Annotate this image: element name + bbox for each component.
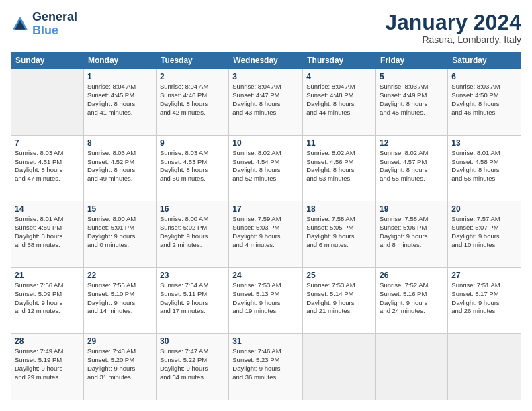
calendar-body: 1Sunrise: 8:04 AM Sunset: 4:45 PM Daylig… xyxy=(11,69,521,400)
day-info: Sunrise: 7:59 AM Sunset: 5:03 PM Dayligh… xyxy=(232,215,299,249)
calendar-cell: 1Sunrise: 8:04 AM Sunset: 4:45 PM Daylig… xyxy=(83,69,156,136)
day-info: Sunrise: 8:00 AM Sunset: 5:02 PM Dayligh… xyxy=(160,215,225,249)
calendar-cell: 11Sunrise: 8:02 AM Sunset: 4:56 PM Dayli… xyxy=(303,135,376,201)
day-info: Sunrise: 8:02 AM Sunset: 4:57 PM Dayligh… xyxy=(380,149,444,183)
calendar-cell: 9Sunrise: 8:03 AM Sunset: 4:53 PM Daylig… xyxy=(156,135,228,201)
day-info: Sunrise: 7:48 AM Sunset: 5:20 PM Dayligh… xyxy=(87,347,152,381)
calendar-cell: 16Sunrise: 8:00 AM Sunset: 5:02 PM Dayli… xyxy=(156,201,228,268)
calendar-cell: 5Sunrise: 8:03 AM Sunset: 4:49 PM Daylig… xyxy=(376,69,448,136)
calendar-cell xyxy=(448,334,521,400)
day-number: 12 xyxy=(380,138,444,148)
calendar-week-row: 21Sunrise: 7:56 AM Sunset: 5:09 PM Dayli… xyxy=(11,267,521,334)
calendar-cell: 13Sunrise: 8:01 AM Sunset: 4:58 PM Dayli… xyxy=(448,135,521,201)
calendar-cell: 15Sunrise: 8:00 AM Sunset: 5:01 PM Dayli… xyxy=(83,201,156,268)
day-info: Sunrise: 8:02 AM Sunset: 4:56 PM Dayligh… xyxy=(306,149,372,183)
calendar-cell: 19Sunrise: 7:58 AM Sunset: 5:06 PM Dayli… xyxy=(376,201,448,268)
calendar-cell: 8Sunrise: 8:03 AM Sunset: 4:52 PM Daylig… xyxy=(83,135,156,201)
day-info: Sunrise: 8:03 AM Sunset: 4:49 PM Dayligh… xyxy=(380,83,444,117)
calendar-cell: 14Sunrise: 8:01 AM Sunset: 4:59 PM Dayli… xyxy=(11,201,84,268)
calendar-cell: 26Sunrise: 7:52 AM Sunset: 5:16 PM Dayli… xyxy=(376,267,448,334)
day-number: 15 xyxy=(87,204,152,214)
weekday-header: Sunday xyxy=(11,52,84,69)
day-number: 14 xyxy=(15,204,80,214)
day-info: Sunrise: 7:51 AM Sunset: 5:17 PM Dayligh… xyxy=(451,281,517,316)
weekday-header: Thursday xyxy=(303,52,376,69)
day-number: 20 xyxy=(451,204,517,214)
day-info: Sunrise: 7:49 AM Sunset: 5:19 PM Dayligh… xyxy=(15,347,80,381)
day-number: 28 xyxy=(15,336,80,346)
day-info: Sunrise: 8:03 AM Sunset: 4:51 PM Dayligh… xyxy=(15,149,80,183)
day-info: Sunrise: 8:03 AM Sunset: 4:52 PM Dayligh… xyxy=(87,149,152,183)
calendar-cell: 7Sunrise: 8:03 AM Sunset: 4:51 PM Daylig… xyxy=(11,135,84,201)
day-info: Sunrise: 7:58 AM Sunset: 5:06 PM Dayligh… xyxy=(380,215,444,249)
calendar-week-row: 14Sunrise: 8:01 AM Sunset: 4:59 PM Dayli… xyxy=(11,201,521,268)
page: General Blue January 2024 Rasura, Lombar… xyxy=(0,0,532,411)
day-number: 7 xyxy=(15,138,80,148)
day-info: Sunrise: 7:57 AM Sunset: 5:07 PM Dayligh… xyxy=(451,215,517,249)
day-number: 26 xyxy=(380,271,444,280)
weekday-header: Tuesday xyxy=(156,52,228,69)
calendar-header: SundayMondayTuesdayWednesdayThursdayFrid… xyxy=(11,52,521,69)
calendar-cell: 25Sunrise: 7:53 AM Sunset: 5:14 PM Dayli… xyxy=(303,267,376,334)
calendar-week-row: 1Sunrise: 8:04 AM Sunset: 4:45 PM Daylig… xyxy=(11,69,521,136)
day-info: Sunrise: 7:58 AM Sunset: 5:05 PM Dayligh… xyxy=(306,215,372,249)
day-number: 17 xyxy=(232,204,299,214)
day-number: 25 xyxy=(306,271,372,280)
day-info: Sunrise: 7:53 AM Sunset: 5:14 PM Dayligh… xyxy=(306,281,372,316)
day-number: 27 xyxy=(451,271,517,280)
calendar-cell: 24Sunrise: 7:53 AM Sunset: 5:13 PM Dayli… xyxy=(229,267,303,334)
day-number: 1 xyxy=(87,72,152,81)
month-title: January 2024 xyxy=(385,11,521,34)
day-info: Sunrise: 8:02 AM Sunset: 4:54 PM Dayligh… xyxy=(232,149,299,183)
weekday-header: Wednesday xyxy=(229,52,303,69)
day-number: 6 xyxy=(451,72,517,81)
calendar-cell: 6Sunrise: 8:03 AM Sunset: 4:50 PM Daylig… xyxy=(448,69,521,136)
day-number: 21 xyxy=(15,271,80,280)
calendar-cell: 18Sunrise: 7:58 AM Sunset: 5:05 PM Dayli… xyxy=(303,201,376,268)
day-number: 23 xyxy=(160,271,225,280)
calendar-cell: 30Sunrise: 7:47 AM Sunset: 5:22 PM Dayli… xyxy=(156,334,228,400)
calendar-cell: 4Sunrise: 8:04 AM Sunset: 4:48 PM Daylig… xyxy=(303,69,376,136)
day-number: 9 xyxy=(160,138,225,148)
day-info: Sunrise: 8:03 AM Sunset: 4:53 PM Dayligh… xyxy=(160,149,225,183)
calendar-cell: 27Sunrise: 7:51 AM Sunset: 5:17 PM Dayli… xyxy=(448,267,521,334)
calendar-cell xyxy=(376,334,448,400)
title-block: January 2024 Rasura, Lombardy, Italy xyxy=(385,11,521,45)
day-info: Sunrise: 8:01 AM Sunset: 4:58 PM Dayligh… xyxy=(451,149,517,183)
weekday-header: Monday xyxy=(83,52,156,69)
day-number: 16 xyxy=(160,204,225,214)
logo-icon xyxy=(11,15,30,34)
calendar-cell: 28Sunrise: 7:49 AM Sunset: 5:19 PM Dayli… xyxy=(11,334,84,400)
day-number: 31 xyxy=(232,336,299,346)
day-info: Sunrise: 7:56 AM Sunset: 5:09 PM Dayligh… xyxy=(15,281,80,316)
day-info: Sunrise: 7:55 AM Sunset: 5:10 PM Dayligh… xyxy=(87,281,152,316)
calendar-cell: 31Sunrise: 7:46 AM Sunset: 5:23 PM Dayli… xyxy=(229,334,303,400)
day-number: 10 xyxy=(232,138,299,148)
day-number: 30 xyxy=(160,336,225,346)
calendar-cell: 12Sunrise: 8:02 AM Sunset: 4:57 PM Dayli… xyxy=(376,135,448,201)
day-number: 29 xyxy=(87,336,152,346)
day-info: Sunrise: 8:04 AM Sunset: 4:46 PM Dayligh… xyxy=(160,83,225,117)
header: General Blue January 2024 Rasura, Lombar… xyxy=(11,11,521,45)
day-info: Sunrise: 7:54 AM Sunset: 5:11 PM Dayligh… xyxy=(160,281,225,316)
day-info: Sunrise: 7:46 AM Sunset: 5:23 PM Dayligh… xyxy=(232,347,299,381)
day-number: 8 xyxy=(87,138,152,148)
day-number: 24 xyxy=(232,271,299,280)
day-info: Sunrise: 8:04 AM Sunset: 4:48 PM Dayligh… xyxy=(306,83,372,117)
day-info: Sunrise: 8:03 AM Sunset: 4:50 PM Dayligh… xyxy=(451,83,517,117)
calendar-week-row: 28Sunrise: 7:49 AM Sunset: 5:19 PM Dayli… xyxy=(11,334,521,400)
calendar-cell: 3Sunrise: 8:04 AM Sunset: 4:47 PM Daylig… xyxy=(229,69,303,136)
calendar-cell: 2Sunrise: 8:04 AM Sunset: 4:46 PM Daylig… xyxy=(156,69,228,136)
day-number: 3 xyxy=(232,72,299,81)
day-number: 18 xyxy=(306,204,372,214)
day-info: Sunrise: 8:01 AM Sunset: 4:59 PM Dayligh… xyxy=(15,215,80,249)
location: Rasura, Lombardy, Italy xyxy=(385,34,521,45)
logo-text: General Blue xyxy=(32,11,77,38)
calendar-cell xyxy=(303,334,376,400)
day-number: 22 xyxy=(87,271,152,280)
day-info: Sunrise: 7:52 AM Sunset: 5:16 PM Dayligh… xyxy=(380,281,444,316)
day-info: Sunrise: 7:53 AM Sunset: 5:13 PM Dayligh… xyxy=(232,281,299,316)
day-info: Sunrise: 8:00 AM Sunset: 5:01 PM Dayligh… xyxy=(87,215,152,249)
calendar-cell xyxy=(11,69,84,136)
day-number: 5 xyxy=(380,72,444,81)
